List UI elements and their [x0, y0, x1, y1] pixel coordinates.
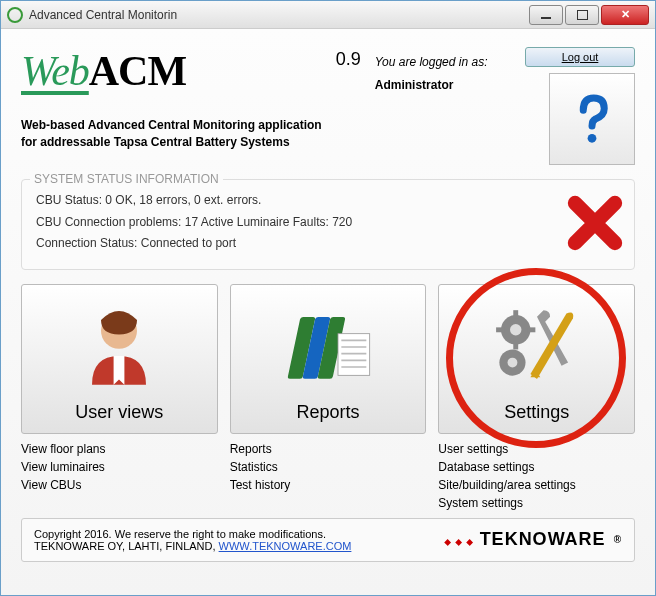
login-user: Administrator: [375, 74, 511, 97]
help-button[interactable]: [549, 73, 635, 165]
header-right: Log out: [525, 47, 635, 165]
teknoware-brand: TEKNOWARE: [480, 529, 606, 550]
tagline-line2: for addressable Tapsa Central Battery Sy…: [21, 134, 322, 151]
main-grid: User views View floor plans View luminai…: [21, 284, 635, 510]
userviews-button[interactable]: User views: [21, 284, 218, 434]
settings-label: Settings: [504, 402, 569, 423]
link-floorplans[interactable]: View floor plans: [21, 442, 218, 456]
logout-button[interactable]: Log out: [525, 47, 635, 67]
settings-button[interactable]: Settings: [438, 284, 635, 434]
col-settings: Settings User settings Database settings…: [438, 284, 635, 510]
version-number: 0.9: [336, 49, 361, 69]
link-testhistory[interactable]: Test history: [230, 478, 427, 492]
error-icon: [566, 194, 624, 252]
titlebar: Advanced Central Monitorin: [1, 1, 655, 29]
svg-point-7: [510, 324, 521, 335]
user-icon: [22, 293, 217, 402]
login-prefix: You are logged in as:: [375, 51, 511, 74]
settings-links: User settings Database settings Site/bui…: [438, 442, 635, 510]
maximize-button[interactable]: [565, 5, 599, 25]
link-dbsettings[interactable]: Database settings: [438, 460, 635, 474]
link-reports[interactable]: Reports: [230, 442, 427, 456]
question-icon: [564, 91, 620, 147]
teknoware-logo: ⬩⬩⬩ TEKNOWARE®: [441, 527, 622, 553]
login-info: You are logged in as: Administrator: [375, 47, 511, 97]
status-line-3: Connection Status: Connected to port: [36, 233, 620, 255]
svg-point-0: [588, 134, 597, 143]
link-syssettings[interactable]: System settings: [438, 496, 635, 510]
logo-block: WebACM Web-based Advanced Central Monito…: [21, 47, 322, 151]
svg-rect-8: [513, 310, 518, 318]
status-line-2: CBU Connection problems: 17 Active Lumin…: [36, 212, 620, 234]
svg-point-13: [507, 358, 517, 368]
window-controls: [529, 5, 649, 25]
minimize-button[interactable]: [529, 5, 563, 25]
footer: Copyright 2016. We reserve the right to …: [21, 518, 635, 562]
version: 0.9: [336, 47, 361, 70]
reports-links: Reports Statistics Test history: [230, 442, 427, 492]
svg-rect-9: [513, 342, 518, 350]
svg-rect-11: [527, 328, 535, 333]
logo-web: Web: [21, 48, 89, 94]
copyright: Copyright 2016. We reserve the right to …: [34, 528, 351, 540]
svg-rect-10: [496, 328, 504, 333]
books-icon: [231, 293, 426, 402]
content-area: WebACM Web-based Advanced Central Monito…: [1, 29, 655, 595]
footer-line2: TEKNOWARE OY, LAHTI, FINLAND, WWW.TEKNOW…: [34, 540, 351, 552]
link-cbus[interactable]: View CBUs: [21, 478, 218, 492]
company-info: TEKNOWARE OY, LAHTI, FINLAND,: [34, 540, 219, 552]
close-button[interactable]: [601, 5, 649, 25]
status-title: SYSTEM STATUS INFORMATION: [30, 172, 223, 186]
app-window: Advanced Central Monitorin WebACM Web-ba…: [0, 0, 656, 596]
tagline: Web-based Advanced Central Monitoring ap…: [21, 117, 322, 151]
registered-mark: ®: [614, 534, 622, 545]
app-icon: [7, 7, 23, 23]
userviews-label: User views: [75, 402, 163, 423]
logo-dots-icon: ⬩⬩⬩: [441, 527, 474, 553]
status-line-1: CBU Status: 0 OK, 18 errors, 0 ext. erro…: [36, 190, 620, 212]
reports-label: Reports: [296, 402, 359, 423]
app-logo: WebACM: [21, 47, 322, 95]
header-row: WebACM Web-based Advanced Central Monito…: [21, 47, 635, 165]
userviews-links: View floor plans View luminaires View CB…: [21, 442, 218, 492]
link-statistics[interactable]: Statistics: [230, 460, 427, 474]
reports-button[interactable]: Reports: [230, 284, 427, 434]
status-panel: SYSTEM STATUS INFORMATION CBU Status: 0 …: [21, 179, 635, 270]
window-title: Advanced Central Monitorin: [29, 8, 529, 22]
tagline-line1: Web-based Advanced Central Monitoring ap…: [21, 117, 322, 134]
link-sitesettings[interactable]: Site/building/area settings: [438, 478, 635, 492]
tools-icon: [439, 293, 634, 402]
link-usersettings[interactable]: User settings: [438, 442, 635, 456]
link-luminaires[interactable]: View luminaires: [21, 460, 218, 474]
col-userviews: User views View floor plans View luminai…: [21, 284, 218, 510]
teknoware-link[interactable]: WWW.TEKNOWARE.COM: [219, 540, 352, 552]
col-reports: Reports Reports Statistics Test history: [230, 284, 427, 510]
footer-text: Copyright 2016. We reserve the right to …: [34, 528, 351, 552]
logo-acm: ACM: [89, 48, 186, 94]
